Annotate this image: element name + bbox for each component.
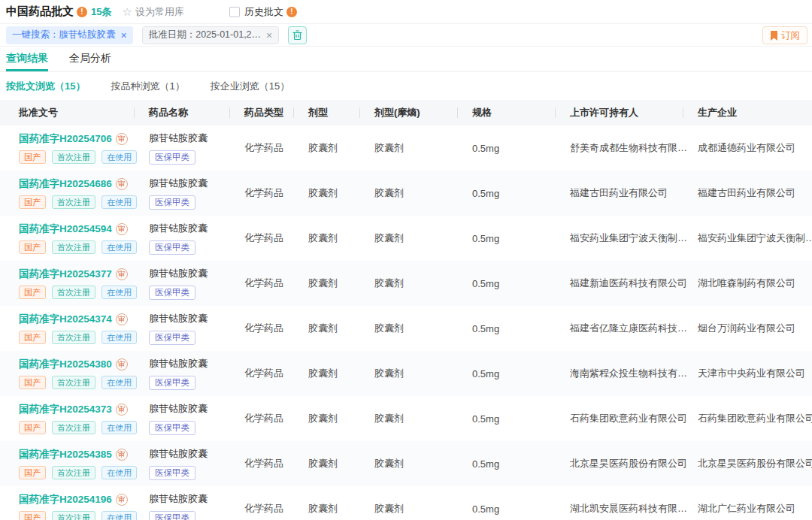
medical-insurance-badge: 医保甲类 bbox=[149, 466, 195, 480]
cell-holder: 福建省亿隆立康医药科技… bbox=[555, 306, 683, 351]
cell-manufacturer: 湖北唯森制药有限公司 bbox=[683, 261, 812, 306]
cell-spec: 0.5mg bbox=[457, 396, 555, 441]
table-body: 国药准字H20254706 审 国产 首次注册 在使用 腺苷钴胺胶囊 医保甲类 … bbox=[0, 125, 812, 520]
approval-number-link[interactable]: 国药准字H20254686 bbox=[19, 177, 112, 191]
history-checkbox[interactable] bbox=[229, 7, 240, 17]
cell-drug-type: 化学药品 bbox=[229, 261, 293, 306]
cell-drug-name: 腺苷钴胺胶囊 医保甲类 bbox=[134, 306, 229, 351]
approval-number-link[interactable]: 国药准字H20254706 bbox=[19, 132, 112, 146]
spec-text: 0.5mg bbox=[472, 368, 555, 379]
subscribe-button[interactable]: 订阅 bbox=[762, 26, 807, 44]
spec-text: 0.5mg bbox=[472, 188, 555, 199]
dosage-form-text: 胶囊剂 bbox=[308, 231, 359, 245]
cell-dosage-form: 胶囊剂 bbox=[293, 125, 359, 171]
cell-manufacturer: 福安药业集团宁波天衡制… bbox=[683, 216, 812, 261]
manufacturer-text: 天津市中央药业有限公司 bbox=[698, 367, 812, 380]
approval-number-link[interactable]: 国药准字H20254374 bbox=[19, 313, 112, 326]
first-registration-badge: 首次注册 bbox=[52, 286, 95, 299]
first-registration-badge: 首次注册 bbox=[52, 376, 95, 389]
approval-number-link[interactable]: 国药准字H20254380 bbox=[19, 358, 112, 371]
history-label: 历史批文 bbox=[244, 5, 283, 19]
first-registration-badge: 首次注册 bbox=[52, 240, 95, 254]
holder-text: 海南紫程众投生物科技有… bbox=[570, 367, 683, 380]
in-use-badge: 在使用 bbox=[102, 331, 137, 344]
drug-name-text: 腺苷钴胺胶囊 bbox=[149, 492, 229, 506]
in-use-badge: 在使用 bbox=[102, 511, 137, 520]
cell-manufacturer: 石药集团欧意药业有限公司 bbox=[683, 396, 812, 441]
in-use-badge: 在使用 bbox=[102, 466, 137, 479]
tab-query-result[interactable]: 查询结果 bbox=[6, 47, 48, 71]
cell-manufacturer: 福建古田药业有限公司 bbox=[683, 171, 812, 216]
cell-approval: 国药准字H20254385 审 国产 首次注册 在使用 bbox=[0, 441, 134, 486]
medical-insurance-badge: 医保甲类 bbox=[149, 195, 195, 210]
title-bar: 中国药品批文 ! 15条 ☆ 设为常用库 历史批文 ! bbox=[0, 0, 812, 24]
drug-type-text: 化学药品 bbox=[244, 367, 293, 380]
review-circle-icon: 审 bbox=[116, 133, 128, 145]
col-header-drug-type: 药品类型 bbox=[229, 100, 293, 125]
tab-global-analysis[interactable]: 全局分析 bbox=[69, 47, 111, 71]
approval-number-link[interactable]: 国药准字H20254196 bbox=[19, 493, 112, 506]
domestic-badge: 国产 bbox=[19, 195, 46, 209]
clear-filters-button[interactable] bbox=[288, 26, 307, 44]
holder-text: 福安药业集团宁波天衡制… bbox=[570, 231, 683, 245]
cell-dosage-form-mx: 胶囊剂 bbox=[359, 171, 457, 216]
cell-dosage-form: 胶囊剂 bbox=[293, 396, 359, 441]
drug-name-text: 腺苷钴胺胶囊 bbox=[149, 312, 229, 325]
title-info-icon[interactable]: ! bbox=[77, 7, 87, 17]
search-chip-close-icon[interactable]: × bbox=[121, 30, 127, 41]
subtab-by-variety[interactable]: 按品种浏览（1） bbox=[111, 80, 184, 93]
spec-text: 0.5mg bbox=[472, 143, 555, 154]
cell-approval: 国药准字H20254706 审 国产 首次注册 在使用 bbox=[0, 125, 134, 171]
subtab-by-approval[interactable]: 按批文浏览（15） bbox=[6, 80, 85, 93]
approval-number-link[interactable]: 国药准字H20254594 bbox=[19, 222, 112, 236]
history-info-icon[interactable]: ! bbox=[286, 7, 297, 17]
approval-number-link[interactable]: 国药准字H20254373 bbox=[19, 403, 112, 416]
cell-dosage-form: 胶囊剂 bbox=[293, 261, 359, 306]
manufacturer-text: 福建古田药业有限公司 bbox=[698, 186, 812, 200]
domestic-badge: 国产 bbox=[19, 421, 46, 434]
date-chip-close-icon[interactable]: × bbox=[266, 30, 272, 41]
cell-dosage-form-mx: 胶囊剂 bbox=[359, 486, 457, 520]
cell-drug-type: 化学药品 bbox=[229, 216, 293, 261]
trash-icon bbox=[292, 30, 302, 41]
approval-number-link[interactable]: 国药准字H20254377 bbox=[19, 268, 112, 281]
medical-insurance-badge: 医保甲类 bbox=[149, 240, 195, 255]
table-row: 国药准字H20254706 审 国产 首次注册 在使用 腺苷钴胺胶囊 医保甲类 … bbox=[0, 125, 812, 171]
medical-insurance-badge: 医保甲类 bbox=[149, 331, 195, 345]
cell-spec: 0.5mg bbox=[457, 171, 555, 216]
in-use-badge: 在使用 bbox=[102, 286, 137, 299]
drug-name-text: 腺苷钴胺胶囊 bbox=[149, 447, 229, 461]
cell-holder: 湖北凯安晨医药科技有限… bbox=[555, 486, 683, 520]
subtab-by-company[interactable]: 按企业浏览（15） bbox=[211, 80, 289, 93]
approval-number-link[interactable]: 国药准字H20254385 bbox=[19, 448, 112, 461]
filter-bar: 一键搜索：腺苷钴胺胶囊 × 批准日期：2025-01-01,2… × 订 bbox=[0, 24, 812, 47]
cell-approval: 国药准字H20254196 审 国产 首次注册 在使用 bbox=[0, 486, 134, 520]
table-header-row: 批准文号 药品名称 药品类型 剂型 剂型(摩熵) 规格 上市许可持有人 生产企业 bbox=[0, 100, 812, 125]
domestic-badge: 国产 bbox=[19, 331, 46, 344]
subscribe-label: 订阅 bbox=[781, 29, 800, 42]
col-header-spec: 规格 bbox=[457, 100, 555, 125]
date-filter-chip[interactable]: 批准日期：2025-01-01,2… × bbox=[142, 26, 280, 44]
dosage-form-text: 胶囊剂 bbox=[308, 502, 359, 515]
domestic-badge: 国产 bbox=[19, 511, 46, 520]
drug-name-text: 腺苷钴胺胶囊 bbox=[149, 402, 229, 416]
search-filter-chip[interactable]: 一键搜索：腺苷钴胺胶囊 × bbox=[6, 26, 133, 44]
drug-name-text: 腺苷钴胺胶囊 bbox=[149, 177, 229, 190]
cell-dosage-form-mx: 胶囊剂 bbox=[359, 306, 457, 351]
col-header-holder: 上市许可持有人 bbox=[555, 100, 683, 125]
cell-manufacturer: 北京星昊医药股份有限公司 bbox=[683, 441, 812, 486]
set-common-library-button[interactable]: ☆ 设为常用库 bbox=[122, 5, 183, 19]
drug-type-text: 化学药品 bbox=[244, 277, 293, 290]
cell-drug-name: 腺苷钴胺胶囊 医保甲类 bbox=[134, 216, 229, 261]
cell-spec: 0.5mg bbox=[457, 306, 555, 351]
table-row: 国药准字H20254686 审 国产 首次注册 在使用 腺苷钴胺胶囊 医保甲类 … bbox=[0, 171, 812, 216]
cell-dosage-form-mx: 胶囊剂 bbox=[359, 441, 457, 486]
drug-type-text: 化学药品 bbox=[244, 412, 293, 425]
cell-approval: 国药准字H20254373 审 国产 首次注册 在使用 bbox=[0, 396, 134, 441]
cell-dosage-form: 胶囊剂 bbox=[293, 216, 359, 261]
table-row: 国药准字H20254594 审 国产 首次注册 在使用 腺苷钴胺胶囊 医保甲类 … bbox=[0, 216, 812, 261]
cell-spec: 0.5mg bbox=[457, 441, 555, 486]
medical-insurance-badge: 医保甲类 bbox=[149, 150, 195, 165]
holder-text: 北京星昊医药股份有限公司 bbox=[570, 457, 683, 470]
cell-dosage-form-mx: 胶囊剂 bbox=[359, 396, 457, 441]
